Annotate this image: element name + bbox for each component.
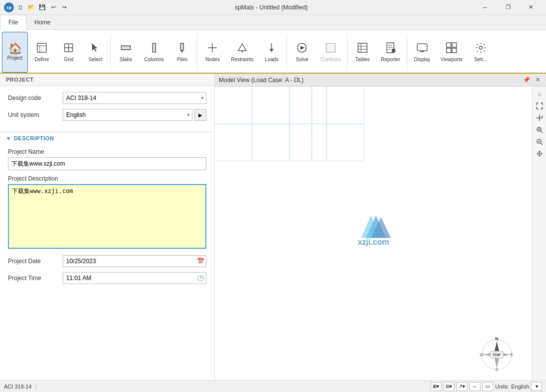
ribbon-btn-loads[interactable]: Loads (259, 32, 284, 73)
model-view: Model View (Load Case: A - DL) 📌 ✕ (215, 74, 546, 380)
svg-text:W: W (480, 352, 484, 357)
sep1 (110, 34, 111, 71)
description-section-header[interactable]: ▼ DESCRIPTION (0, 132, 214, 144)
status-right-area: ⊞▾ ⊟▾ ↗▾ ↔ ▭ Units: English ▾ (431, 382, 542, 391)
svg-rect-36 (452, 43, 456, 47)
menu-tab-file[interactable]: File (0, 15, 26, 30)
close-btn[interactable]: ✕ (520, 0, 542, 15)
display-label: Display (414, 57, 431, 63)
design-code-select[interactable]: ACI 318-14 ACI 318-19 CSA A23.3 (63, 92, 206, 104)
display-icon (416, 42, 428, 56)
svg-marker-13 (181, 50, 183, 53)
project-name-label: Project Name (8, 148, 206, 155)
rt-zoom-extent-btn[interactable] (534, 100, 545, 111)
svg-rect-31 (392, 49, 395, 52)
app-logo: sp (4, 2, 14, 12)
ribbon-btn-nodes[interactable]: Nodes (199, 32, 225, 73)
rt-pan-btn[interactable] (534, 148, 545, 159)
select-label: Select (89, 57, 102, 63)
sep3 (286, 34, 287, 71)
ribbon-btn-solve[interactable]: Solve (289, 32, 315, 73)
design-code-row: Design code ACI 318-14 ACI 318-19 CSA A2… (8, 92, 206, 104)
ribbon: 🏠 Project Define Grid Select Slabs Colum… (0, 30, 546, 74)
rt-zoom-in-btn[interactable] (534, 124, 545, 135)
status-units-btn[interactable]: ▾ (531, 382, 542, 391)
calendar-icon[interactable]: 📅 (197, 258, 204, 265)
status-snap-btn[interactable]: ↗▾ (456, 382, 467, 391)
ribbon-btn-define[interactable]: Define (29, 32, 55, 73)
ribbon-btn-display[interactable]: Display (409, 32, 435, 73)
define-label: Define (35, 57, 49, 63)
svg-rect-23 (358, 43, 367, 52)
rt-zoom-in-axes-btn[interactable] (534, 112, 545, 123)
open-btn[interactable]: 📂 (27, 3, 36, 12)
project-label: Project (7, 55, 22, 61)
ribbon-btn-select[interactable]: Select (83, 32, 108, 73)
ribbon-btn-grid[interactable]: Grid (56, 32, 82, 73)
watermark: xzji.com (356, 213, 391, 247)
svg-marker-21 (300, 46, 305, 50)
project-time-input[interactable] (63, 272, 206, 284)
model-pin-btn[interactable]: 📌 (522, 76, 531, 85)
ribbon-btn-settings[interactable]: Sett... (468, 32, 494, 73)
status-measure-btn[interactable]: ↔ (469, 382, 480, 391)
status-units-value: English (511, 384, 529, 390)
svg-rect-38 (452, 48, 456, 53)
unit-system-control: English Metric (SI) Metric (kN) ▼ ▶ (63, 109, 206, 121)
svg-rect-12 (181, 43, 183, 50)
undo-btn[interactable]: ↩ (49, 3, 58, 12)
ribbon-btn-viewports[interactable]: Viewports (436, 32, 467, 73)
project-description-textarea[interactable]: 下载集www.xzji.com (8, 184, 206, 249)
tables-icon (357, 42, 368, 56)
project-time-wrap: 🕐 (63, 272, 206, 284)
ribbon-btn-project[interactable]: 🏠 Project (2, 32, 28, 73)
project-name-input[interactable] (8, 157, 206, 170)
status-area-btn[interactable]: ▭ (482, 382, 493, 391)
design-code-control: ACI 318-14 ACI 318-19 CSA A23.3 ▼ (63, 92, 206, 104)
restraints-label: Restraints (231, 57, 253, 63)
status-grid-btn2[interactable]: ⊟▾ (444, 382, 455, 391)
ribbon-btn-piles[interactable]: Piles (169, 32, 195, 73)
panel-title: PROJECT (0, 74, 214, 86)
restore-btn[interactable]: ❐ (497, 0, 519, 15)
project-date-input[interactable] (63, 255, 206, 267)
rt-zoom-out-btn[interactable] (534, 136, 545, 147)
description-section: Project Name Project Description 下载集www.… (0, 144, 214, 290)
project-form: Design code ACI 318-14 ACI 318-19 CSA A2… (0, 86, 214, 132)
ribbon-btn-restraints[interactable]: Restraints (226, 32, 258, 73)
redo-btn[interactable]: ↪ (60, 3, 69, 12)
unit-system-label: Unit system (8, 111, 63, 118)
svg-text:TOP: TOP (493, 353, 501, 357)
model-close-btn[interactable]: ✕ (533, 76, 542, 85)
project-time-row: Project Time 🕐 (8, 272, 206, 284)
viewports-label: Viewports (441, 57, 462, 63)
sep5 (407, 34, 407, 71)
compass: N S E W TOP (479, 337, 514, 372)
ribbon-btn-reporter[interactable]: Reporter (376, 32, 405, 73)
status-grid-btn1[interactable]: ⊞▾ (431, 382, 442, 391)
tables-label: Tables (356, 57, 370, 63)
rt-home-btn[interactable]: ⌂ (534, 89, 545, 99)
new-btn[interactable]: 🗋 (16, 3, 25, 12)
minimize-btn[interactable]: ─ (474, 0, 496, 15)
menu-tab-home[interactable]: Home (26, 15, 58, 29)
viewports-icon (446, 42, 457, 56)
svg-rect-11 (153, 43, 156, 52)
sep4 (347, 34, 348, 71)
nodes-icon (206, 42, 218, 56)
ribbon-btn-slabs[interactable]: Slabs (113, 32, 139, 73)
title-bar-left: sp 🗋 📂 💾 ↩ ↪ (4, 2, 69, 12)
left-panel: PROJECT Design code ACI 318-14 ACI 318-1… (0, 74, 215, 380)
unit-system-select[interactable]: English Metric (SI) Metric (kN) (63, 109, 192, 121)
ribbon-btn-columns[interactable]: Columns (140, 32, 168, 73)
piles-label: Piles (177, 57, 188, 63)
loads-label: Loads (265, 57, 278, 63)
model-canvas[interactable]: xzji.com N S E W TOP (215, 87, 532, 380)
save-btn[interactable]: 💾 (38, 3, 47, 12)
ribbon-btn-tables[interactable]: Tables (350, 32, 375, 73)
unit-system-goto-btn[interactable]: ▶ (194, 109, 206, 121)
clock-icon[interactable]: 🕐 (197, 275, 204, 282)
svg-text:N: N (495, 337, 499, 341)
quick-access-toolbar: 🗋 📂 💾 ↩ ↪ (16, 3, 69, 12)
title-bar: sp 🗋 📂 💾 ↩ ↪ spMats - Untitled (Modified… (0, 0, 546, 15)
